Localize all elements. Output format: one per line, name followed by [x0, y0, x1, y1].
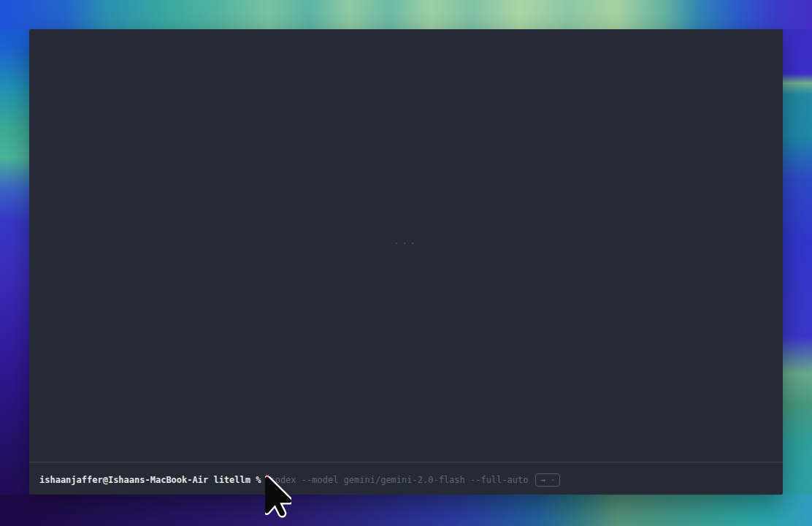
wallpaper-top-band	[0, 0, 812, 29]
terminal-divider	[29, 462, 783, 462]
terminal-prompt-row[interactable]: ishaanjaffer@Ishaans-MacBook-Air litellm…	[39, 470, 773, 489]
wallpaper-left-band	[0, 0, 32, 526]
terminal-window[interactable]: ... ishaanjaffer@Ishaans-MacBook-Air lit…	[29, 29, 783, 495]
wallpaper-bottom-band	[0, 495, 812, 526]
command-autosuggestion: codex --model gemini/gemini-2.0-flash --…	[269, 474, 528, 486]
accept-suggestion-key-badge: → ·	[535, 473, 560, 487]
text-cursor	[266, 475, 269, 485]
terminal-output-area: ...	[29, 29, 783, 462]
shell-prompt-label: ishaanjaffer@Ishaans-MacBook-Air litellm…	[39, 474, 261, 486]
wallpaper-right-band	[780, 0, 812, 526]
loading-ellipsis: ...	[394, 236, 418, 246]
